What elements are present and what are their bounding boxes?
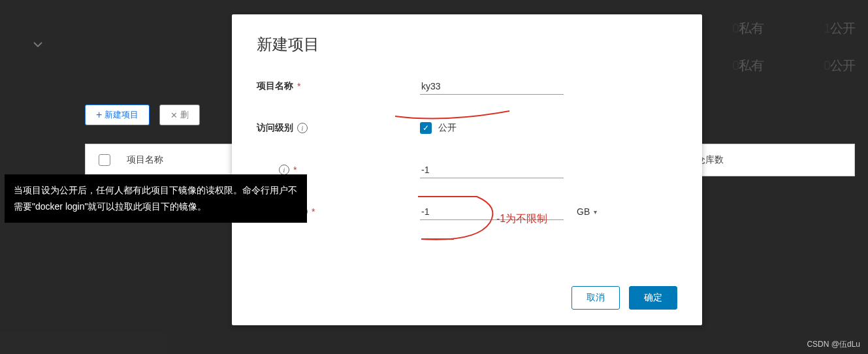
watermark: CSDN @伍dLu: [807, 339, 860, 350]
info-icon[interactable]: i: [297, 123, 308, 133]
public-checkbox[interactable]: ✓: [420, 122, 432, 134]
annotation-text: -1为不限制: [496, 212, 547, 226]
public-count-1: 1: [824, 21, 830, 35]
quota-input[interactable]: [420, 162, 564, 178]
access-label: 访问级别 i: [257, 122, 348, 134]
new-project-button[interactable]: + 新建项目: [85, 105, 150, 125]
private-count-2: 0: [732, 58, 739, 72]
x-icon: ✕: [170, 110, 178, 120]
modal-title: 新建项目: [257, 34, 677, 55]
access-tooltip: 当项目设为公开后，任何人都有此项目下镜像的读权限。命令行用户不需要"docker…: [5, 174, 307, 223]
table-col-name: 项目名称: [127, 154, 163, 166]
select-all-checkbox[interactable]: [99, 154, 110, 166]
project-name-input[interactable]: [420, 78, 564, 95]
delete-button[interactable]: ✕ 删: [159, 105, 200, 125]
name-label: 项目名称*: [257, 80, 348, 92]
info-icon[interactable]: i: [279, 165, 289, 175]
plus-icon: +: [96, 109, 102, 121]
private-count-1: 0: [732, 21, 739, 35]
collapse-chevron-icon[interactable]: [33, 39, 43, 52]
public-checkbox-label: 公开: [438, 122, 457, 134]
bg-toolbar: + 新建项目 ✕ 删: [85, 105, 200, 125]
public-count-2: 0: [824, 58, 830, 72]
unit-select[interactable]: GB ▾: [577, 206, 597, 217]
ok-button[interactable]: 确定: [629, 286, 677, 310]
cancel-button[interactable]: 取消: [571, 286, 620, 310]
chevron-down-icon: ▾: [594, 208, 597, 216]
